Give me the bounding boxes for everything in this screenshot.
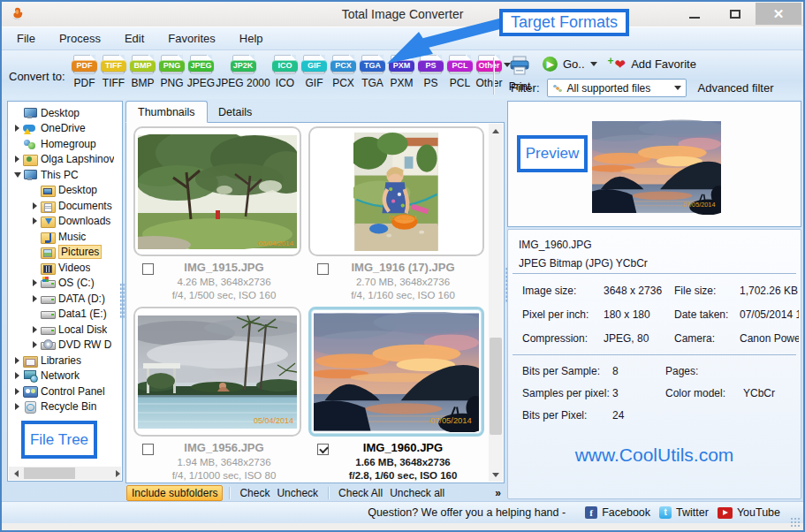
tree-item-local-disk[interactable]: Local Disk (8, 322, 122, 338)
scroll-down-icon[interactable] (489, 467, 503, 482)
expand-icon[interactable] (15, 372, 19, 379)
advanced-filter-link[interactable]: Advanced filter (698, 81, 774, 95)
maximize-button[interactable] (715, 3, 756, 25)
minimize-button[interactable] (674, 3, 715, 25)
tree-horizontal-scrollbar[interactable] (9, 467, 121, 480)
thumbnail-card-img-1956[interactable] (133, 307, 301, 437)
menu-process[interactable]: Process (59, 32, 101, 45)
thumbnail-card-img-1916[interactable] (308, 126, 484, 256)
format-other-button[interactable]: OtherOther (475, 55, 504, 89)
pcl-file-icon: PCL (449, 55, 471, 74)
thumbnail-card-img-1915[interactable] (133, 126, 301, 256)
thumbnail-card-img-1960-selected[interactable] (308, 307, 484, 437)
tree-item-documents[interactable]: Documents (8, 198, 122, 214)
control-panel-icon (23, 385, 38, 398)
menu-edit[interactable]: Edit (125, 32, 144, 45)
format-pxm-button[interactable]: PXMPXM (387, 55, 416, 89)
expand-icon[interactable] (15, 388, 19, 395)
thumbnail-image-img-1960 (314, 312, 479, 432)
tree-splitter-handle[interactable] (119, 283, 125, 318)
tree-item-libraries[interactable]: Libraries (8, 353, 122, 369)
tree-item-data1-e[interactable]: Data1 (E:) (8, 307, 122, 323)
expand-icon[interactable] (15, 156, 19, 163)
tree-item-recycle-bin[interactable]: Recycle Bin (8, 399, 122, 415)
toolbar: Convert to: PDFPDF TIFFTIFF BMPBMP PNGPN… (2, 49, 803, 99)
go-button[interactable]: Go.. (563, 57, 585, 71)
format-pcl-button[interactable]: PCLPCL (445, 55, 475, 89)
close-button[interactable]: ✕ (756, 3, 801, 25)
network-icon (23, 369, 38, 382)
tree-item-downloads[interactable]: Downloads (8, 214, 122, 230)
coolutils-link[interactable]: www.CoolUtils.com (508, 445, 801, 466)
format-bmp-button[interactable]: BMPBMP (128, 55, 157, 89)
format-jpeg-button[interactable]: JPEGJPEG (186, 55, 216, 89)
tree-item-network[interactable]: Network (8, 369, 122, 384)
expand-icon[interactable] (33, 202, 37, 209)
resize-grip[interactable] (790, 517, 801, 528)
format-ps-button[interactable]: PSPS (416, 55, 445, 89)
tree-item-dvd-rw[interactable]: DVD RW D (8, 338, 122, 353)
expand-icon[interactable] (15, 125, 19, 132)
check-button[interactable]: Check (239, 487, 270, 499)
tab-thumbnails[interactable]: Thumbnails (125, 101, 208, 123)
checkbox-img-1960-checked[interactable] (317, 444, 329, 455)
menu-favorites[interactable]: Favorites (168, 32, 215, 45)
tree-item-os-c[interactable]: OS (C:) (8, 276, 122, 292)
checkbox-img-1956[interactable] (142, 444, 154, 455)
uncheck-button[interactable]: Uncheck (277, 487, 318, 499)
tree-item-desktop-folder[interactable]: Desktop (8, 183, 122, 199)
format-jpeg2000-button[interactable]: JP2KJPEG 2000 (216, 55, 270, 89)
add-favorite-button[interactable]: Add Favorite (631, 57, 696, 71)
collapse-icon[interactable] (14, 172, 21, 178)
format-pdf-button[interactable]: PDFPDF (70, 55, 99, 89)
expand-icon[interactable] (33, 295, 37, 302)
scroll-right-icon[interactable] (106, 467, 120, 480)
scroll-left-icon[interactable] (9, 467, 23, 480)
uncheck-all-button[interactable]: Uncheck all (390, 487, 444, 499)
more-chevron-icon[interactable]: » (495, 487, 505, 499)
scroll-up-icon[interactable] (489, 124, 503, 138)
tree-item-this-pc[interactable]: This PC (8, 167, 122, 183)
expand-icon[interactable] (33, 326, 37, 333)
filter-dropdown[interactable]: All supported files (547, 79, 687, 97)
tree-item-homegroup[interactable]: Homegroup (8, 136, 122, 152)
detail-filename: IMG_1960.JPG (519, 239, 592, 251)
tree-item-onedrive[interactable]: OneDrive (8, 121, 122, 137)
tree-item-control-panel[interactable]: Control Panel (8, 384, 122, 399)
expand-icon[interactable] (33, 217, 37, 224)
tree-item-user[interactable]: Olga Lapshinov (8, 152, 122, 168)
checkbox-img-1915[interactable] (142, 263, 154, 275)
menu-file[interactable]: File (17, 32, 35, 45)
tree-item-pictures[interactable]: Pictures (8, 245, 122, 261)
expand-icon[interactable] (15, 357, 19, 364)
format-png-button[interactable]: PNGPNG (157, 55, 186, 89)
format-gif-button[interactable]: GIFGIF (300, 55, 329, 89)
checkbox-img-1916[interactable] (317, 263, 329, 275)
expand-icon[interactable] (15, 403, 19, 410)
format-tiff-button[interactable]: TIFFTIFF (99, 55, 128, 89)
format-tga-button[interactable]: TGATGA (358, 55, 387, 89)
tree-item-data-d[interactable]: DATA (D:) (8, 291, 122, 307)
youtube-link[interactable]: YouTube (718, 506, 780, 519)
scrollbar-thumb[interactable] (24, 467, 75, 479)
tree-item-music[interactable]: Music (8, 229, 122, 245)
pictures-folder-icon (41, 246, 56, 258)
scrollbar-thumb[interactable] (490, 338, 502, 435)
twitter-icon: t (659, 506, 672, 519)
thumbnails-vertical-scrollbar[interactable] (489, 124, 503, 482)
format-ico-button[interactable]: ICOICO (270, 55, 300, 89)
twitter-link[interactable]: tTwitter (659, 506, 709, 519)
expand-icon[interactable] (33, 279, 37, 286)
include-subfolders-button[interactable]: Include subfolders (126, 485, 223, 501)
go-dropdown-icon[interactable] (590, 62, 597, 66)
facebook-link[interactable]: fFacebook (585, 506, 650, 519)
tree-item-videos[interactable]: Videos (8, 260, 122, 276)
tree-item-desktop-root[interactable]: Desktop (8, 105, 122, 121)
format-pcx-button[interactable]: PCXPCX (329, 55, 358, 89)
expand-icon[interactable] (33, 341, 37, 348)
check-all-button[interactable]: Check All (338, 487, 383, 499)
pcx-file-icon: PCX (332, 55, 354, 74)
tab-details[interactable]: Details (207, 101, 263, 123)
menu-help[interactable]: Help (239, 32, 263, 45)
downloads-folder-icon (41, 215, 56, 227)
